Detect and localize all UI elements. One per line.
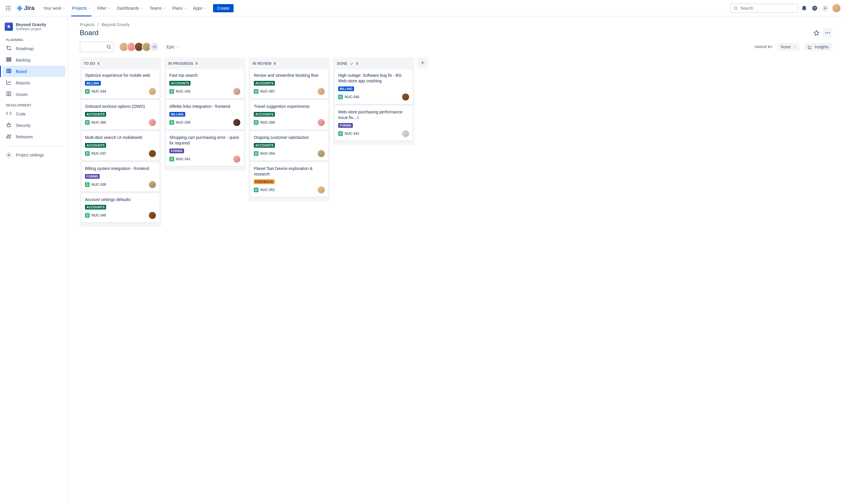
breadcrumb-link[interactable]: Beyond Gravity <box>102 22 129 27</box>
epic-tag[interactable]: FEEDBACK <box>254 179 274 184</box>
nav-item[interactable]: Projects <box>69 4 94 12</box>
epic-tag[interactable]: FORMS <box>169 148 184 153</box>
column-header[interactable]: DONE6 <box>335 60 413 69</box>
assignee-avatar[interactable] <box>233 119 240 126</box>
sidebar-item-label: Releases <box>16 134 33 139</box>
issue-key[interactable]: NUC-341 <box>176 157 191 161</box>
issue-key[interactable]: NUC-337 <box>91 151 106 156</box>
assignee-avatar[interactable] <box>318 186 325 193</box>
nav-item[interactable]: Filter <box>94 4 113 12</box>
epic-tag[interactable]: ACCOUNTS <box>85 112 106 116</box>
assignee-avatar[interactable] <box>402 130 409 137</box>
issue-key[interactable]: NUC-354 <box>260 151 275 156</box>
epic-tag[interactable]: ACCOUNTS <box>85 205 106 210</box>
search-box[interactable] <box>730 3 798 13</box>
epic-tag[interactable]: ACCOUNTS <box>169 81 191 86</box>
assignee-avatar[interactable] <box>149 119 156 126</box>
sidebar-item-issues[interactable]: Issues <box>2 89 65 100</box>
epic-tag[interactable]: FORMS <box>85 174 100 179</box>
epic-tag[interactable]: BILLING <box>169 112 185 116</box>
issue-key[interactable]: NUC-351 <box>260 188 275 192</box>
issue-key[interactable]: NUC-342 <box>176 89 191 93</box>
issue-key[interactable]: NUC-344 <box>91 89 106 93</box>
issue-key[interactable]: NUC-358 <box>260 121 275 125</box>
assignee-avatar[interactable] <box>318 88 325 95</box>
settings-icon[interactable] <box>821 3 830 13</box>
issue-card[interactable]: Optimize experience for mobile web BILLI… <box>82 69 159 98</box>
filter-search[interactable] <box>80 42 114 52</box>
column-header[interactable]: IN REVIEW6 <box>250 60 328 69</box>
sidebar-item-releases[interactable]: Releases <box>2 131 65 142</box>
issue-key[interactable]: NUC-360 <box>91 121 106 125</box>
assignee-avatar[interactable] <box>149 150 156 157</box>
epic-tag[interactable]: BILLING <box>85 81 101 86</box>
nav-item[interactable]: Apps <box>190 4 210 12</box>
assignee-avatar[interactable] <box>149 181 156 188</box>
epic-tag[interactable]: BILLING <box>338 87 354 91</box>
issue-card[interactable]: Web-store purchasing performance issue f… <box>335 106 413 141</box>
sidebar-item-security[interactable]: Security <box>2 120 65 131</box>
profile-avatar[interactable] <box>832 4 841 12</box>
sidebar-item-backlog[interactable]: Backlog <box>2 54 65 66</box>
epic-tag[interactable]: ACCOUNTS <box>254 112 275 116</box>
avatar-more[interactable]: +3 <box>149 42 159 52</box>
assignee-avatar[interactable] <box>149 88 156 95</box>
assignee-avatar[interactable] <box>318 150 325 157</box>
issue-card[interactable]: High outage: Software bug fix - BG Web-s… <box>335 69 413 104</box>
issue-key[interactable]: NUC-339 <box>91 183 106 187</box>
issue-card[interactable]: Ongoing customer satisfaction ACCOUNTS N… <box>250 131 328 161</box>
issue-key[interactable]: NUC-367 <box>260 89 275 93</box>
assignee-avatar[interactable] <box>149 212 156 219</box>
sidebar-item-roadmap[interactable]: Roadmap <box>2 43 65 54</box>
more-icon[interactable] <box>823 28 832 37</box>
issue-key[interactable]: NUC-340 <box>91 213 106 217</box>
epic-filter[interactable]: Epic <box>163 43 182 51</box>
nav-item[interactable]: Teams <box>147 4 169 12</box>
nav-item[interactable]: Plans <box>169 4 190 12</box>
breadcrumb-link[interactable]: Projects <box>80 22 95 27</box>
epic-tag[interactable]: FORMS <box>338 123 353 128</box>
insights-button[interactable]: Insights <box>804 43 832 51</box>
create-button[interactable]: Create <box>213 4 234 12</box>
assignee-avatar[interactable] <box>318 119 325 126</box>
issue-card[interactable]: Multi-dest search UI mobileweb ACCOUNTS … <box>82 131 159 161</box>
assignee-avatar[interactable] <box>402 93 409 101</box>
jira-logo[interactable]: Jira <box>14 5 37 12</box>
issue-card[interactable]: Onboard workout options (OWO) ACCOUNTS N… <box>82 100 159 129</box>
issue-card[interactable]: Travel suggestion experiments ACCOUNTS N… <box>250 100 328 129</box>
star-icon[interactable] <box>812 28 821 37</box>
help-icon[interactable]: ? <box>810 3 820 13</box>
assignee-filter[interactable]: +3 <box>119 42 159 52</box>
app-switcher-icon[interactable] <box>3 3 13 13</box>
story-icon <box>85 151 90 156</box>
issue-card[interactable]: Revise and streamline booking flow ACCOU… <box>250 69 328 98</box>
sidebar-item-board[interactable]: Board <box>2 66 65 77</box>
issue-card[interactable]: Shopping cart purchasing error - quick f… <box>166 131 244 166</box>
column-header[interactable]: TO DO6 <box>82 60 159 69</box>
add-column-button[interactable] <box>417 57 428 68</box>
nav-item[interactable]: Dashboards <box>114 4 146 12</box>
card-title: Onboard workout options (OWO) <box>85 104 156 109</box>
project-header[interactable]: Beyond Gravity Software project <box>2 21 65 35</box>
group-by-select[interactable]: None <box>777 43 799 51</box>
sidebar-item-reports[interactable]: Reports <box>2 77 65 89</box>
issue-card[interactable]: Billing system integration - frontend FO… <box>82 162 159 192</box>
issue-card[interactable]: Fast trip search ACCOUNTS NUC-342 <box>166 69 244 98</box>
epic-tag[interactable]: ACCOUNTS <box>85 143 106 148</box>
issue-card[interactable]: Account settings defaults ACCOUNTS NUC-3… <box>82 193 159 223</box>
issue-card[interactable]: Affelite links integration - frontend BI… <box>166 100 244 129</box>
sidebar-project-settings[interactable]: Project settings <box>2 150 65 160</box>
epic-tag[interactable]: ACCOUNTS <box>254 81 275 86</box>
column-header[interactable]: IN PROGRESS6 <box>166 60 244 69</box>
assignee-avatar[interactable] <box>233 156 240 163</box>
issue-key[interactable]: NUC-341 <box>345 131 359 136</box>
search-input[interactable] <box>740 6 795 11</box>
nav-item[interactable]: Your work <box>40 4 69 12</box>
issue-card[interactable]: Planet Taxi Device exploration & researc… <box>250 162 328 197</box>
epic-tag[interactable]: ACCOUNTS <box>254 143 275 148</box>
issue-key[interactable]: NUC-335 <box>176 121 191 125</box>
notifications-icon[interactable] <box>800 3 809 13</box>
issue-key[interactable]: NUC-340 <box>345 95 359 99</box>
assignee-avatar[interactable] <box>233 88 240 95</box>
sidebar-item-code[interactable]: Code <box>2 108 65 120</box>
